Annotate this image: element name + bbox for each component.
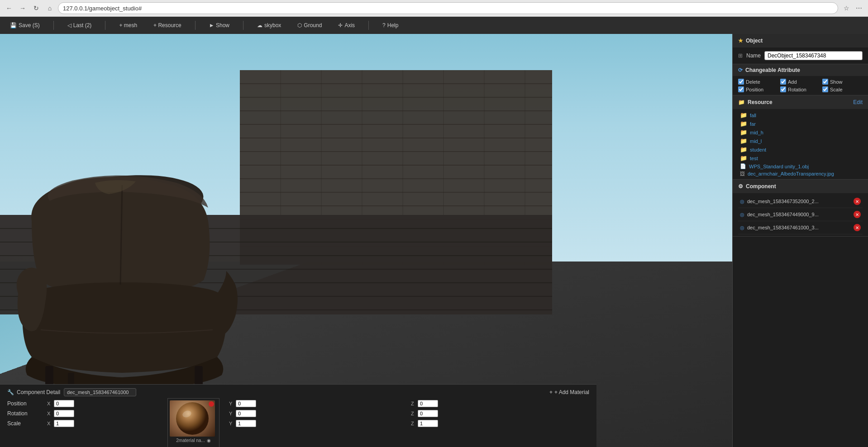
component-remove-1[interactable]: ✕	[854, 198, 861, 205]
checkbox-rotation[interactable]: Rotation	[780, 86, 820, 92]
show-button[interactable]: ► Show	[206, 20, 232, 30]
bookmark-button[interactable]: ☆	[841, 3, 852, 14]
object-name-input[interactable]	[764, 51, 863, 60]
x-axis-label: X	[47, 401, 52, 406]
component-item-1[interactable]: ◎ dec_mesh_1583467352000_2... ✕	[738, 195, 863, 208]
folder-icon-5: 📁	[740, 146, 747, 153]
scale-z-input[interactable]	[418, 420, 438, 427]
component-icon: 🔧	[7, 389, 14, 395]
folder-icon-4: 📁	[740, 138, 747, 144]
rotation-x-input[interactable]	[54, 410, 74, 417]
rotation-label: Rotation	[7, 410, 43, 417]
material-remove-button[interactable]	[209, 401, 214, 407]
rotation-z-input[interactable]	[418, 410, 438, 417]
y-axis-label: Y	[229, 401, 234, 406]
object-header: ★ Object	[733, 34, 868, 48]
toolbar-separator-2	[105, 21, 105, 30]
home-button[interactable]: ⌂	[44, 3, 55, 14]
folder-icon-6: 📁	[740, 155, 747, 162]
ground-button[interactable]: ⬡ Ground	[295, 20, 324, 30]
toolbar-separator-4	[243, 21, 243, 30]
axis-button[interactable]: ✛ Axis	[335, 20, 358, 30]
folder-icon-1: 📁	[740, 112, 747, 119]
toolbar-separator-3	[195, 21, 196, 30]
component-remove-2[interactable]: ✕	[854, 211, 861, 218]
material-sphere	[170, 400, 215, 437]
browser-menu-button[interactable]: ⋯	[854, 3, 864, 14]
object-section: ★ Object ⊞ Name	[733, 34, 868, 64]
grid-icon: ⊞	[738, 52, 743, 59]
last-icon: ◁	[67, 22, 72, 29]
sync-icon: ⟳	[738, 67, 743, 73]
checkbox-add[interactable]: Add	[780, 79, 820, 85]
resource-section: 📁 Resource Edit 📁 fall 📁 far 📁 mid_h	[733, 95, 868, 180]
scale-x-input[interactable]	[54, 420, 74, 427]
component-remove-3[interactable]: ✕	[854, 224, 861, 231]
edit-link[interactable]: Edit	[853, 99, 863, 105]
save-button[interactable]: 💾 Save (S)	[7, 20, 43, 30]
skybox-button[interactable]: ☁ skybox	[254, 20, 284, 30]
folder-student[interactable]: 📁 student	[738, 145, 863, 154]
right-panel: ★ Object ⊞ Name ⟳ Changeable Attribute D…	[732, 34, 868, 447]
address-bar[interactable]: 127.0.0.1/gameobject_studio#	[58, 2, 838, 14]
position-z-input[interactable]	[418, 400, 438, 407]
last-button[interactable]: ◁ Last (2)	[65, 20, 95, 30]
component-header: ⚙ Component	[733, 180, 868, 193]
svg-point-38	[176, 402, 209, 435]
checkbox-delete[interactable]: Delete	[738, 79, 778, 85]
viewport[interactable]: 🔧 Component Detail + + Add Material Posi…	[0, 34, 732, 447]
component-item-3[interactable]: ◎ dec_mesh_1583467461000_3... ✕	[738, 221, 863, 234]
component-detail-input[interactable]	[64, 388, 136, 396]
svg-rect-35	[45, 366, 53, 386]
position-y-input[interactable]	[236, 400, 256, 407]
mesh-button[interactable]: + mesh	[116, 20, 140, 30]
checkbox-position[interactable]: Position	[738, 86, 778, 92]
add-material-button[interactable]: + + Add Material	[549, 389, 589, 395]
name-row: ⊞ Name	[733, 48, 868, 64]
help-button[interactable]: ? Help	[380, 20, 401, 30]
component-item-2[interactable]: ◎ dec_mesh_1583467449000_9... ✕	[738, 208, 863, 221]
folder-far[interactable]: 📁 far	[738, 119, 863, 128]
file-obj[interactable]: 📄 WPS_Standard unity_1.obj	[738, 162, 863, 170]
scale-y-input[interactable]	[236, 420, 256, 427]
forward-button[interactable]: →	[17, 3, 28, 14]
checkbox-scale[interactable]: Scale	[822, 86, 863, 92]
refresh-button[interactable]: ↻	[31, 3, 42, 14]
rx-axis-label: X	[47, 411, 52, 416]
position-label: Position	[7, 400, 43, 407]
resource-button[interactable]: + Resource	[151, 20, 184, 30]
position-z-field: Z	[411, 400, 589, 407]
rotation-z-field: Z	[411, 410, 589, 417]
folder-test[interactable]: 📁 test	[738, 154, 863, 162]
folder-fall[interactable]: 📁 fall	[738, 111, 863, 119]
url-text: 127.0.0.1/gameobject_studio#	[63, 5, 142, 12]
position-y-field: Y	[229, 400, 407, 407]
material-thumbnail[interactable]: 2material na... ◉	[167, 398, 219, 447]
rotation-y-input[interactable]	[236, 410, 256, 417]
resource-header: 📁 Resource Edit	[733, 95, 868, 109]
add-icon: +	[549, 389, 553, 395]
material-preview	[170, 400, 215, 437]
component-circle-icon-2: ◎	[740, 212, 744, 218]
rz-axis-label: Z	[411, 411, 416, 416]
material-radio[interactable]: ◉	[207, 438, 211, 443]
component-name-3: dec_mesh_1583467461000_3...	[747, 225, 851, 230]
component-header-icon: ⚙	[738, 183, 743, 190]
rotation-y-field: Y	[229, 410, 407, 417]
position-x-input[interactable]	[54, 400, 74, 407]
component-name-2: dec_mesh_1583467449000_9...	[747, 212, 851, 217]
resource-icon: 📁	[738, 99, 745, 105]
checkbox-show[interactable]: Show	[822, 79, 863, 85]
checkbox-grid: Delete Add Show Position Rotation	[733, 76, 868, 95]
file-jpg[interactable]: 🖼 dec_armchair_AlbedoTransparency.jpg	[738, 170, 863, 177]
thumb-container: 2material na... ◉	[170, 400, 217, 443]
obj-file-icon: 📄	[740, 163, 746, 169]
folder-mid-h[interactable]: 📁 mid_h	[738, 128, 863, 137]
back-button[interactable]: ←	[4, 3, 14, 14]
component-section: ⚙ Component ◎ dec_mesh_1583467352000_2..…	[733, 180, 868, 237]
folder-mid-l[interactable]: 📁 mid_l	[738, 137, 863, 145]
toolbar-separator-5	[368, 21, 369, 30]
sy-axis-label: Y	[229, 421, 234, 426]
scale-label: Scale	[7, 420, 43, 427]
browser-top-bar: ← → ↻ ⌂ 127.0.0.1/gameobject_studio# ☆ ⋯	[0, 0, 868, 16]
